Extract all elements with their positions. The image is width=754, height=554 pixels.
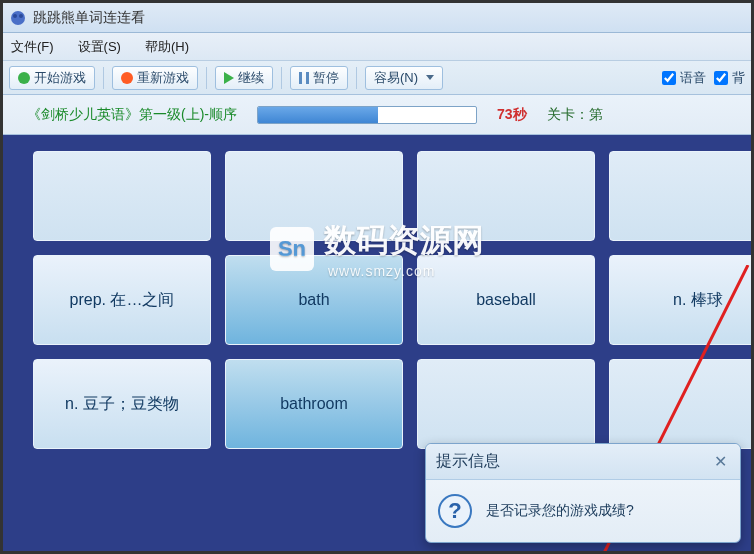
dialog-message: 是否记录您的游戏成绩? [486,502,634,520]
svg-point-1 [13,14,17,18]
prompt-dialog: 提示信息 ✕ ? 是否记录您的游戏成绩? [425,443,741,543]
sound-checkbox-input[interactable] [662,71,676,85]
progress-bar [257,106,477,124]
course-label: 《剑桥少儿英语》第一级(上)-顺序 [27,106,237,124]
menu-settings[interactable]: 设置(S) [78,38,121,56]
separator [281,67,282,89]
close-icon[interactable]: ✕ [710,453,730,471]
card[interactable]: prep. 在…之间 [33,255,211,345]
card[interactable]: bathroom [225,359,403,449]
pause-button[interactable]: 暂停 [290,66,348,90]
progress-fill [258,107,378,123]
svg-point-0 [11,11,25,25]
difficulty-dropdown[interactable]: 容易(N) [365,66,443,90]
continue-button[interactable]: 继续 [215,66,273,90]
card-empty[interactable] [609,359,754,449]
question-icon: ? [438,494,472,528]
card-empty[interactable] [609,151,754,241]
timer-label: 73秒 [497,106,527,124]
card-empty[interactable] [417,359,595,449]
dialog-title-text: 提示信息 [436,451,500,472]
restart-icon [121,72,133,84]
sound-checkbox[interactable]: 语音 [662,69,706,87]
play-fill-icon [18,72,30,84]
separator [103,67,104,89]
separator [206,67,207,89]
bg-checkbox-input[interactable] [714,71,728,85]
app-title: 跳跳熊单词连连看 [33,9,145,27]
dialog-body: ? 是否记录您的游戏成绩? [426,480,740,542]
start-game-button[interactable]: 开始游戏 [9,66,95,90]
svg-point-2 [19,14,23,18]
titlebar: 跳跳熊单词连连看 [3,3,751,33]
dialog-titlebar: 提示信息 ✕ [426,444,740,480]
pause-icon [299,72,309,84]
bg-checkbox[interactable]: 背 [714,69,745,87]
chevron-down-icon [426,75,434,80]
app-icon [9,9,27,27]
restart-game-button[interactable]: 重新游戏 [112,66,198,90]
card-empty[interactable] [417,151,595,241]
play-icon [224,72,234,84]
stage-label: 关卡：第 [547,106,603,124]
card-empty[interactable] [225,151,403,241]
menu-help[interactable]: 帮助(H) [145,38,189,56]
menu-file[interactable]: 文件(F) [11,38,54,56]
status-row: 《剑桥少儿英语》第一级(上)-顺序 73秒 关卡：第 [3,95,751,135]
card[interactable]: n. 棒球 [609,255,754,345]
card-board: prep. 在…之间 bath baseball n. 棒球 n. 豆子；豆类物… [33,151,751,449]
toolbar: 开始游戏 重新游戏 继续 暂停 容易(N) 语音 背 [3,61,751,95]
card[interactable]: baseball [417,255,595,345]
card[interactable]: n. 豆子；豆类物 [33,359,211,449]
card-empty[interactable] [33,151,211,241]
card[interactable]: bath [225,255,403,345]
separator [356,67,357,89]
menubar: 文件(F) 设置(S) 帮助(H) [3,33,751,61]
game-area: prep. 在…之间 bath baseball n. 棒球 n. 豆子；豆类物… [3,135,751,551]
